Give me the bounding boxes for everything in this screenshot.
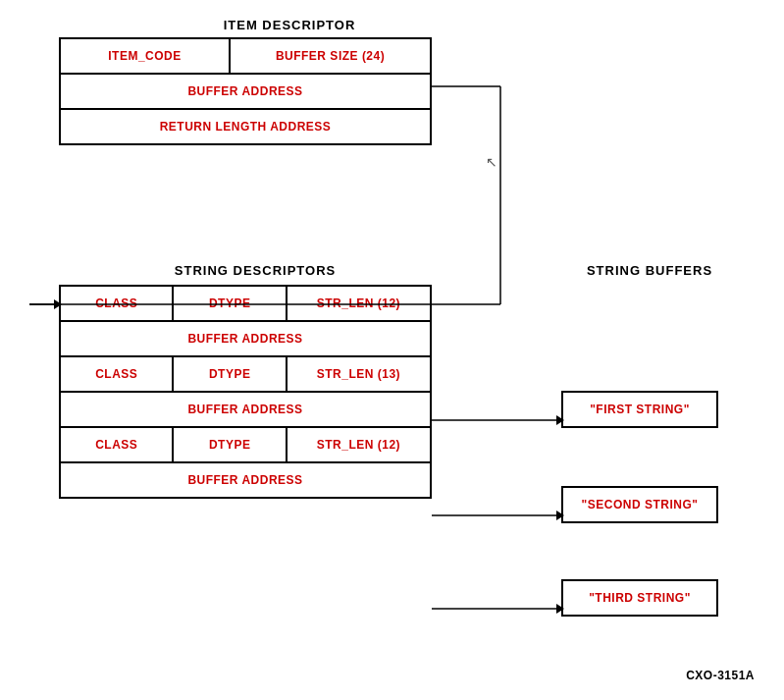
buffer-third: "THIRD STRING" (561, 579, 718, 617)
sd-addr-2: BUFFER ADDRESS (61, 393, 430, 428)
item-descriptor-box: ITEM_CODE BUFFER SIZE (24) BUFFER ADDRES… (59, 37, 432, 145)
sd-class-1: CLASS (61, 287, 174, 320)
string-descriptor-box: CLASS DTYPE STR_LEN (12) BUFFER ADDRESS … (59, 285, 432, 499)
sd-dtype-2: DTYPE (174, 357, 287, 391)
sd-dtype-3: DTYPE (174, 428, 287, 461)
item-descriptor-title: ITEM DESCRIPTOR (152, 18, 427, 32)
string-buffers-title: STRING BUFFERS (561, 263, 738, 278)
sd-strlen-3: STR_LEN (12) (287, 428, 430, 461)
item-code-cell: ITEM_CODE (61, 39, 231, 73)
item-descriptor-row1: ITEM_CODE BUFFER SIZE (24) (61, 39, 430, 75)
sd-row-2-header: CLASS DTYPE STR_LEN (13) (61, 357, 430, 393)
sd-strlen-2: STR_LEN (13) (287, 357, 430, 391)
string-descriptors-title: STRING DESCRIPTORS (118, 263, 392, 278)
sd-row-1-header: CLASS DTYPE STR_LEN (12) (61, 287, 430, 322)
sd-row-3-header: CLASS DTYPE STR_LEN (12) (61, 428, 430, 463)
svg-text:↖: ↖ (486, 154, 497, 170)
return-length-row: RETURN LENGTH ADDRESS (61, 110, 430, 143)
sd-class-3: CLASS (61, 428, 174, 461)
sd-addr-3: BUFFER ADDRESS (61, 463, 430, 497)
buffer-address-row: BUFFER ADDRESS (61, 75, 430, 110)
sd-strlen-1: STR_LEN (12) (287, 287, 430, 320)
buffer-first: "FIRST STRING" (561, 391, 718, 428)
sd-dtype-1: DTYPE (174, 287, 287, 320)
diagram-container: ITEM DESCRIPTOR ITEM_CODE BUFFER SIZE (2… (0, 0, 784, 700)
buffer-size-cell: BUFFER SIZE (24) (231, 39, 430, 73)
sd-addr-1: BUFFER ADDRESS (61, 322, 430, 357)
figure-label: CXO-3151A (686, 669, 755, 682)
buffer-second: "SECOND STRING" (561, 486, 718, 523)
sd-class-2: CLASS (61, 357, 174, 391)
